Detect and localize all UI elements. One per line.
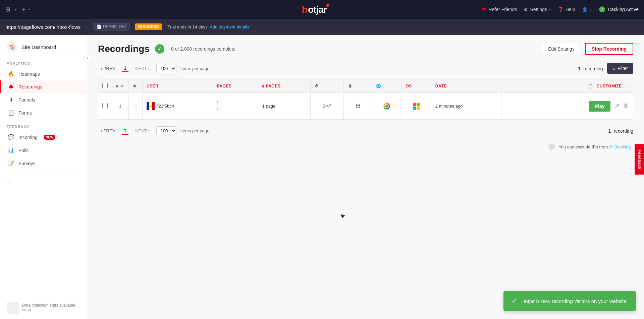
per-page-select-bottom[interactable]: 100 50 25 <box>156 126 176 135</box>
stats-text: Data collection stats available soon. <box>22 303 80 312</box>
trial-text: Trial ends in 14 days. Add payment detai… <box>167 24 250 29</box>
top-pagination-bar: ‹ PREV 1 NEXT › 100 50 25 Items per page… <box>98 63 633 74</box>
main-layout: 🏠 Site Dashboard ANALYTICS 🔥 Heatmaps ⏺ … <box>0 35 644 319</box>
top-navigation: ⊞ ▾ ＋▾ h otjar ❤ Refer Friends ⚙ Setting… <box>0 0 644 19</box>
edit-settings-button[interactable]: Edit Settings <box>542 43 581 55</box>
row-checkbox-cell <box>98 93 112 120</box>
sidebar-item-heatmaps[interactable]: 🔥 Heatmaps <box>0 67 87 80</box>
sidebar-item-recordings[interactable]: ⏺ Recordings <box>0 80 87 93</box>
next-button-bottom[interactable]: NEXT › <box>132 127 152 135</box>
data-stats: Data collection stats available soon. <box>7 302 80 314</box>
toast-notification: ✓ Hotjar is now recording visitors on yo… <box>503 291 636 311</box>
sidebar-item-incoming[interactable]: 💬 Incoming NEW <box>0 131 87 144</box>
hotjar-logo: h otjar <box>302 3 342 15</box>
recording-count-top: 1 recording <box>578 66 603 71</box>
sidebar-site-header: 🏠 Site Dashboard <box>0 35 87 56</box>
table-row: 1 ☆ f23f5bc4 <box>98 93 633 120</box>
user-count: 👤 1 <box>582 7 592 12</box>
page-number-top: 1 <box>122 65 128 72</box>
url-bar: https://pageflows.com/inbox-flows › 📄 US… <box>0 19 644 35</box>
add-payment-link[interactable]: Add payment details. <box>210 24 250 29</box>
ip-notice-text: You can exclude IPs from IP Blocking . <box>558 144 633 149</box>
help-button[interactable]: ❓ Help <box>558 7 575 12</box>
th-num-pages[interactable]: # PAGES <box>258 79 310 93</box>
row-num-cell: 1 <box>112 93 129 120</box>
row-star-cell[interactable]: ☆ <box>129 93 143 120</box>
items-per-page-label-top: Items per page <box>180 66 210 71</box>
feedback-section-label: FEEDBACK <box>0 119 87 131</box>
url-arrow: › <box>86 24 88 29</box>
userflow-badge: 📄 USERFLOW <box>93 23 129 30</box>
add-button[interactable]: ＋▾ <box>21 5 30 13</box>
stop-recording-button[interactable]: Stop Recording <box>585 43 633 55</box>
sidebar-item-funnels[interactable]: ⬇ Funnels <box>0 93 87 106</box>
sort-indicator: ▾ <box>121 84 123 88</box>
help-icon: ❓ <box>558 7 564 12</box>
row-checkbox[interactable] <box>102 103 108 108</box>
settings-button[interactable]: ⚙ Settings ▾ <box>524 7 551 12</box>
prev-button-top[interactable]: ‹ PREV <box>98 65 118 72</box>
select-all-checkbox[interactable] <box>102 83 108 88</box>
share-button[interactable]: ↗ <box>614 102 620 110</box>
funnels-icon: ⬇ <box>8 97 14 103</box>
play-button[interactable]: Play <box>589 101 610 112</box>
sidebar-item-polls[interactable]: 📊 Polls <box>0 144 87 157</box>
th-checkbox <box>98 79 112 93</box>
page-header: Recordings 0 of 2,000 recordings complet… <box>98 43 633 55</box>
nav-left: ⊞ ▾ ＋▾ <box>5 5 30 13</box>
svg-point-6 <box>149 105 152 108</box>
feedback-tab[interactable]: Feedback <box>634 144 644 175</box>
prev-button-bottom[interactable]: ‹ PREV <box>98 127 118 135</box>
refer-friends-button[interactable]: ❤ Refer Friends <box>482 6 517 13</box>
svg-text:h: h <box>302 4 307 15</box>
sidebar-collapse[interactable]: — <box>0 176 87 188</box>
recordings-count: 0 of 2,000 recordings complete <box>171 46 235 52</box>
th-star[interactable]: ★ <box>129 79 143 93</box>
row-browser-cell <box>372 93 401 120</box>
row-npages-cell: 1 page <box>258 93 310 120</box>
next-button-top[interactable]: NEXT › <box>132 65 152 72</box>
site-dashboard-link[interactable]: Site Dashboard <box>21 44 56 50</box>
sidebar-divider <box>7 173 80 173</box>
nav-center: h otjar <box>302 3 342 15</box>
grid-icon[interactable]: ⊞ <box>5 6 10 13</box>
th-device: 🖥 <box>343 79 372 93</box>
filter-icon: ‹› <box>612 66 615 71</box>
per-page-wrapper-top: 100 50 25 <box>156 64 176 73</box>
numpages-sort-link[interactable]: # PAGES <box>262 84 281 88</box>
per-page-wrapper-bottom: 100 50 25 <box>156 126 176 135</box>
customize-link[interactable]: Customize <box>597 84 622 88</box>
user-sort-link[interactable]: USER <box>147 84 158 88</box>
user-icon: 👤 <box>582 7 588 12</box>
th-user[interactable]: USER <box>143 79 213 93</box>
tracking-dot <box>599 6 605 12</box>
sidebar-item-forms[interactable]: 📋 Forms <box>0 106 87 119</box>
th-os[interactable]: OS <box>401 79 431 93</box>
th-pages[interactable]: PAGES <box>213 79 258 93</box>
row-user-cell: f23f5bc4 <box>143 93 213 120</box>
th-date[interactable]: DATE <box>431 79 501 93</box>
th-customize[interactable]: 📋 Customize ··· <box>501 79 633 93</box>
polls-icon: 📊 <box>8 147 14 153</box>
url-text: https://pageflows.com/inbox-flows <box>5 24 80 30</box>
heatmaps-icon: 🔥 <box>8 71 14 77</box>
ip-blocking-link[interactable]: IP Blocking <box>609 144 631 149</box>
sidebar-collapse-button[interactable]: ‹ <box>83 54 91 62</box>
filter-button[interactable]: ‹› Filter <box>607 63 633 74</box>
sidebar: 🏠 Site Dashboard ANALYTICS 🔥 Heatmaps ⏺ … <box>0 35 87 319</box>
pages-sort-link[interactable]: PAGES <box>217 84 232 88</box>
delete-button[interactable]: 🗑 <box>623 103 629 110</box>
user-flag-icon <box>147 102 155 110</box>
date-sort-link[interactable]: DATE <box>435 84 447 88</box>
per-page-select-top[interactable]: 100 50 25 <box>156 64 176 73</box>
th-duration: ⏱ <box>310 79 343 93</box>
row-action-cell: Play ↗ 🗑 <box>501 93 633 120</box>
page-title: Recordings <box>98 44 150 54</box>
page-icon: 📄 <box>97 24 102 29</box>
tracking-indicator <box>155 44 164 54</box>
os-sort-link[interactable]: OS <box>406 84 412 88</box>
surveys-icon: 📝 <box>8 160 14 167</box>
desktop-icon: 🖥 <box>355 103 361 109</box>
th-browser: 🌐 <box>372 79 401 93</box>
sidebar-item-surveys[interactable]: 📝 Surveys <box>0 157 87 170</box>
